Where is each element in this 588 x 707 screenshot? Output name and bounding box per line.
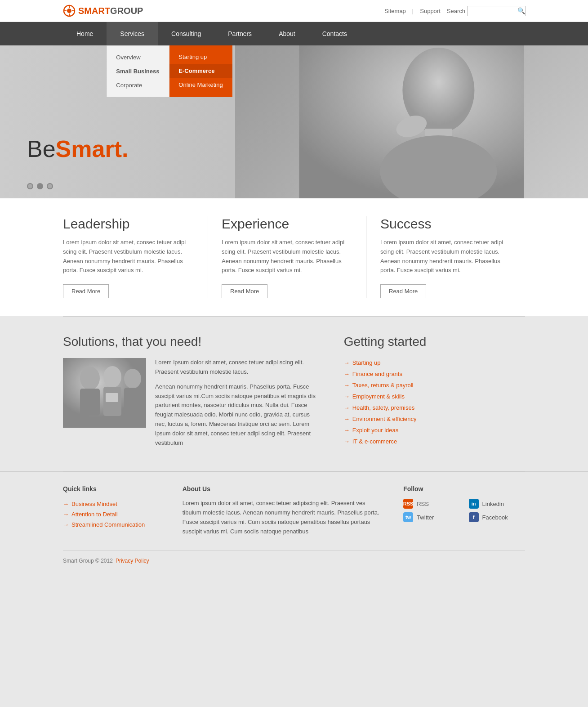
ql-item-mindset[interactable]: Business Mindset	[63, 499, 165, 509]
rss-label: RSS	[417, 501, 429, 507]
logo-brand-highlight: SMART	[78, 6, 110, 16]
feature-experience: Experience Lorem ipsum dolor sit amet, c…	[208, 216, 367, 298]
svg-rect-15	[80, 389, 100, 416]
gs-link-environment[interactable]: Environment & efficiency	[344, 416, 525, 422]
nav-link-consulting[interactable]: Consulting	[158, 22, 214, 45]
follow-facebook[interactable]: f Facebook	[469, 512, 525, 522]
gs-item-exploit[interactable]: Exploit your ideas	[344, 425, 525, 436]
slide-dot-3[interactable]	[47, 183, 53, 189]
gs-item-employment[interactable]: Employment & skills	[344, 391, 525, 402]
support-link[interactable]: Support	[420, 8, 441, 14]
nav-item-home[interactable]: Home	[63, 22, 107, 45]
rss-icon: RSS	[403, 499, 413, 509]
services-dropdown: Overview Small Business Corporate Starti…	[107, 45, 232, 97]
dropdown-online-marketing[interactable]: Online Marketing	[169, 78, 232, 92]
gs-link-health[interactable]: Health, safety, premises	[344, 404, 525, 411]
dropdown-small-business[interactable]: Small Business	[107, 64, 169, 78]
gs-item-environment[interactable]: Environment & efficiency	[344, 413, 525, 425]
gs-item-starting-up[interactable]: Starting up	[344, 357, 525, 368]
gs-link-it[interactable]: IT & e-commerce	[344, 438, 525, 445]
hero-heading: BeSmart.	[27, 135, 128, 162]
dropdown-ecommerce[interactable]: E-Commerce	[169, 64, 232, 78]
leadership-read-more-button[interactable]: Read More	[63, 284, 109, 298]
feature-leadership: Leadership Lorem ipsum dolor sit amet, c…	[63, 216, 208, 298]
ql-item-communication[interactable]: Streamlined Communication	[63, 519, 165, 530]
nav-link-home[interactable]: Home	[63, 22, 107, 45]
facebook-label: Facebook	[482, 514, 508, 521]
follow-linkedin[interactable]: in Linkedin	[469, 499, 525, 509]
gs-item-finance[interactable]: Finance and grants	[344, 368, 525, 380]
nav-item-partners[interactable]: Partners	[214, 22, 265, 45]
ql-item-detail[interactable]: Attention to Detail	[63, 509, 165, 519]
dropdown-starting-up[interactable]: Starting up	[169, 50, 232, 64]
dropdown-col2: Starting up E-Commerce Online Marketing	[169, 45, 232, 97]
feature-experience-body: Lorem ipsum dolor sit amet, consec tetue…	[222, 238, 353, 275]
slide-dot-2[interactable]	[37, 183, 43, 189]
success-read-more-button[interactable]: Read More	[380, 284, 426, 298]
search-button[interactable]: 🔍	[517, 7, 525, 14]
gs-item-it[interactable]: IT & e-commerce	[344, 436, 525, 447]
follow-twitter[interactable]: tw Twitter	[403, 512, 459, 522]
footer-quicklinks: Quick links Business Mindset Attention t…	[63, 485, 165, 536]
gs-item-health[interactable]: Health, safety, premises	[344, 402, 525, 413]
ql-link-detail[interactable]: Attention to Detail	[63, 511, 165, 518]
follow-heading: Follow	[403, 485, 525, 492]
solutions-left: Solutions, that you need!	[63, 335, 317, 453]
solutions-text: Lorem ipsum dolor sit amet, consec tetue…	[155, 358, 317, 453]
solutions-para2: Aenean nonummy hendrerit mauris. Phasell…	[155, 382, 317, 448]
gs-link-exploit[interactable]: Exploit your ideas	[344, 427, 525, 434]
nav-link-partners[interactable]: Partners	[214, 22, 265, 45]
search-input[interactable]	[467, 6, 526, 16]
logo-brand-main: GROUP	[110, 6, 143, 16]
gs-link-starting-up[interactable]: Starting up	[344, 359, 525, 366]
gs-item-taxes[interactable]: Taxes, returns & payroll	[344, 380, 525, 391]
dropdown-overview[interactable]: Overview	[107, 50, 169, 64]
experience-read-more-button[interactable]: Read More	[222, 284, 267, 298]
features-section: Leadership Lorem ipsum dolor sit amet, c…	[0, 198, 588, 316]
nav-link-contacts[interactable]: Contacts	[309, 22, 361, 45]
nav-item-contacts[interactable]: Contacts	[309, 22, 361, 45]
linkedin-icon: in	[469, 499, 479, 509]
solutions-inner: Lorem ipsum dolor sit amet, consec tetue…	[63, 358, 317, 453]
logo-text: SMARTGROUP	[78, 6, 143, 16]
facebook-icon: f	[469, 512, 479, 522]
footer-bottom: Smart Group © 2012 Privacy Policy	[63, 550, 525, 571]
gs-link-finance[interactable]: Finance and grants	[344, 371, 525, 377]
solutions-para1: Lorem ipsum dolor sit amet, consec tetue…	[155, 358, 317, 377]
nav-item-consulting[interactable]: Consulting	[158, 22, 214, 45]
privacy-policy-link[interactable]: Privacy Policy	[116, 558, 149, 564]
solutions-image	[63, 358, 146, 428]
gs-link-employment[interactable]: Employment & skills	[344, 393, 525, 400]
logo[interactable]: SMARTGROUP	[63, 4, 143, 17]
hero-text: BeSmart.	[27, 135, 128, 162]
hero-be: Be	[27, 136, 56, 162]
nav-link-about[interactable]: About	[265, 22, 309, 45]
sitemap-link[interactable]: Sitemap	[384, 8, 406, 14]
svg-point-18	[124, 369, 141, 389]
dropdown-corporate[interactable]: Corporate	[107, 78, 169, 92]
nav-item-services[interactable]: Services Overview Small Business Corpora…	[107, 22, 158, 45]
getting-started: Getting started Starting up Finance and …	[344, 335, 525, 453]
hero-smart: Smart.	[56, 136, 129, 162]
getting-started-heading: Getting started	[344, 335, 525, 349]
svg-point-16	[103, 366, 121, 388]
feature-experience-title: Experience	[222, 216, 353, 232]
twitter-icon: tw	[403, 512, 413, 522]
nav-list: Home Services Overview Small Business Co…	[0, 22, 588, 45]
nav-link-services[interactable]: Services	[107, 22, 158, 45]
footer: Quick links Business Mindset Attention t…	[0, 471, 588, 571]
quicklinks-list: Business Mindset Attention to Detail Str…	[63, 499, 165, 530]
dropdown-col1: Overview Small Business Corporate	[107, 45, 169, 97]
solutions-heading: Solutions, that you need!	[63, 335, 317, 349]
ql-link-mindset[interactable]: Business Mindset	[63, 501, 165, 507]
slide-dot-1[interactable]	[27, 183, 33, 189]
hero-person-svg	[235, 45, 588, 198]
ql-link-communication[interactable]: Streamlined Communication	[63, 521, 165, 528]
main-nav: Home Services Overview Small Business Co…	[0, 22, 588, 45]
copyright-text: Smart Group © 2012	[63, 558, 113, 564]
nav-item-about[interactable]: About	[265, 22, 309, 45]
getting-started-list: Starting up Finance and grants Taxes, re…	[344, 357, 525, 447]
feature-leadership-title: Leadership	[63, 216, 194, 232]
gs-link-taxes[interactable]: Taxes, returns & payroll	[344, 382, 525, 389]
follow-rss[interactable]: RSS RSS	[403, 499, 459, 509]
